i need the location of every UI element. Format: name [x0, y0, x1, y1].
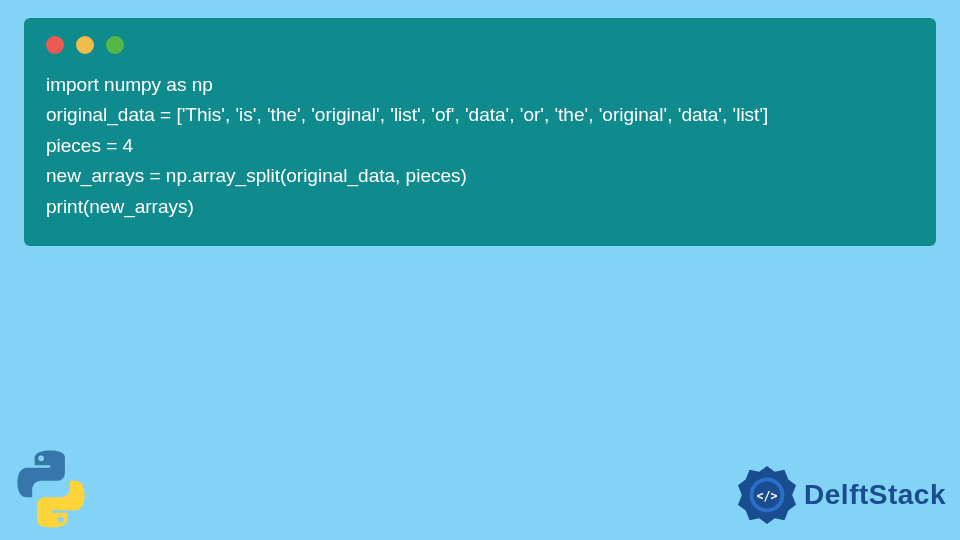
minimize-icon [76, 36, 94, 54]
code-line: import numpy as np [46, 70, 914, 100]
brand-badge-icon: </> [736, 464, 798, 526]
python-logo-icon [6, 444, 96, 534]
code-window: import numpy as np original_data = ['Thi… [24, 18, 936, 246]
close-icon [46, 36, 64, 54]
code-line: original_data = ['This', 'is', 'the', 'o… [46, 100, 914, 130]
code-line: new_arrays = np.array_split(original_dat… [46, 161, 914, 191]
window-traffic-lights [46, 36, 914, 54]
code-line: pieces = 4 [46, 131, 914, 161]
brand-name: DelftStack [804, 479, 946, 511]
maximize-icon [106, 36, 124, 54]
svg-text:</>: </> [757, 489, 778, 503]
code-line: print(new_arrays) [46, 192, 914, 222]
brand-logo: </> DelftStack [736, 464, 946, 526]
code-block: import numpy as np original_data = ['Thi… [46, 70, 914, 222]
